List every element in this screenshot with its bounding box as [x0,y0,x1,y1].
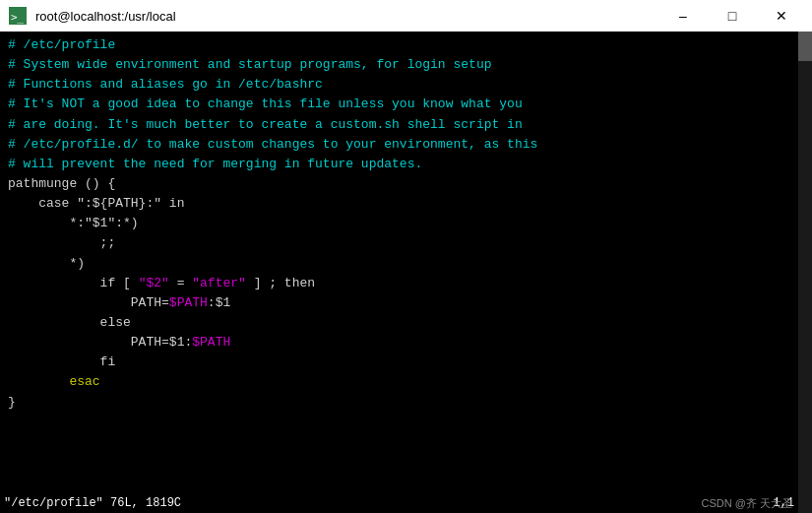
terminal-line: *:"$1":*) [8,214,804,233]
terminal-line: # are doing. It's much better to create … [8,115,804,135]
terminal-line: case ":${PATH}:" in [8,194,804,214]
window-title: root@localhost:/usr/local [35,9,176,24]
title-bar: >_ root@localhost:/usr/local – □ ✕ [0,0,812,32]
terminal: # /etc/profile# System wide environment … [0,32,812,513]
terminal-line: fi [8,353,804,372]
status-file-info: "/etc/profile" 76L, 1819C [4,496,181,510]
minimize-button[interactable]: – [660,4,706,28]
terminal-line: else [8,313,804,333]
terminal-line: # /etc/profile.d/ to make custom changes… [8,135,804,155]
terminal-line: ;; [8,233,804,253]
terminal-line: PATH=$1:$PATH [8,333,804,353]
maximize-button[interactable]: □ [710,4,755,28]
title-bar-controls[interactable]: – □ ✕ [660,4,804,28]
close-button[interactable]: ✕ [759,4,804,28]
status-line: "/etc/profile" 76L, 1819C 1,1 [0,493,798,513]
terminal-line: esac [8,372,804,392]
terminal-line: } [8,393,804,413]
scrollbar[interactable] [798,32,812,513]
terminal-line: PATH=$PATH:$1 [8,293,804,313]
watermark: CSDN @齐 天大圣 [702,496,792,511]
scrollbar-thumb[interactable] [798,32,812,61]
terminal-line: if [ "$2" = "after" ] ; then [8,274,804,293]
terminal-line: # It's NOT a good idea to change this fi… [8,95,804,114]
terminal-line: # /etc/profile [8,35,804,55]
terminal-line: # System wide environment and startup pr… [8,55,804,75]
svg-text:>_: >_ [11,11,25,24]
terminal-line: *) [8,254,804,274]
terminal-line: pathmunge () { [8,174,804,194]
title-bar-left: >_ root@localhost:/usr/local [8,6,176,26]
terminal-line: # Functions and aliases go in /etc/bashr… [8,75,804,95]
terminal-icon: >_ [8,6,28,26]
terminal-line: # will prevent the need for merging in f… [8,155,804,174]
terminal-content: # /etc/profile# System wide environment … [8,35,804,413]
